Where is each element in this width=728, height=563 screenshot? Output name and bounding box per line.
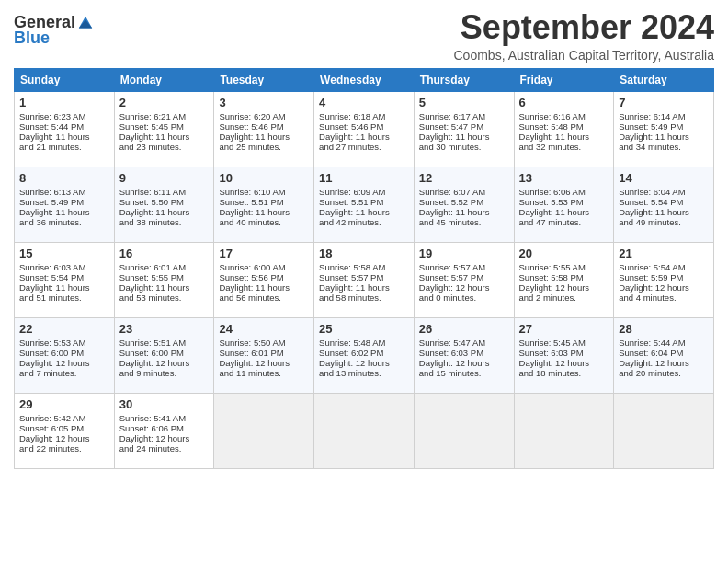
calendar-cell: 16Sunrise: 6:01 AMSunset: 5:55 PMDayligh…	[114, 242, 214, 317]
calendar-cell: 11Sunrise: 6:09 AMSunset: 5:51 PMDayligh…	[314, 167, 415, 242]
sunset-text: Sunset: 5:58 PM	[519, 272, 584, 282]
day-number: 30	[119, 397, 210, 411]
daylight-minutes-text: and 24 minutes.	[119, 443, 182, 454]
week-row-1: 1Sunrise: 6:23 AMSunset: 5:44 PMDaylight…	[15, 91, 714, 167]
day-number: 23	[119, 322, 210, 336]
daylight-text: Daylight: 11 hours	[19, 132, 90, 142]
calendar-cell: 15Sunrise: 6:03 AMSunset: 5:54 PMDayligh…	[15, 242, 115, 317]
calendar-cell: 12Sunrise: 6:07 AMSunset: 5:52 PMDayligh…	[414, 167, 514, 242]
day-number: 10	[219, 171, 309, 185]
month-title: September 2024	[454, 9, 715, 46]
daylight-text: Daylight: 11 hours	[619, 132, 689, 142]
week-row-3: 15Sunrise: 6:03 AMSunset: 5:54 PMDayligh…	[15, 242, 714, 317]
sunrise-text: Sunrise: 5:57 AM	[419, 262, 485, 272]
daylight-minutes-text: and 13 minutes.	[319, 368, 381, 378]
day-number: 22	[19, 322, 109, 336]
sunrise-text: Sunrise: 5:54 AM	[619, 262, 685, 272]
sunrise-text: Sunrise: 5:53 AM	[19, 338, 85, 348]
daylight-minutes-text: and 11 minutes.	[219, 368, 281, 378]
daylight-text: Daylight: 11 hours	[219, 132, 290, 142]
calendar-cell: 8Sunrise: 6:13 AMSunset: 5:49 PMDaylight…	[15, 167, 115, 242]
daylight-text: Daylight: 12 hours	[519, 282, 590, 293]
logo-icon	[77, 15, 94, 31]
calendar-cell	[414, 393, 514, 468]
day-header-tuesday: Tuesday	[214, 68, 314, 91]
calendar-cell: 24Sunrise: 5:50 AMSunset: 6:01 PMDayligh…	[214, 317, 314, 393]
daylight-minutes-text: and 27 minutes.	[319, 142, 381, 152]
sunrise-text: Sunrise: 6:03 AM	[19, 262, 85, 272]
sunset-text: Sunset: 5:56 PM	[219, 272, 283, 282]
sunset-text: Sunset: 5:51 PM	[219, 197, 283, 207]
daylight-text: Daylight: 12 hours	[19, 358, 90, 368]
calendar-cell: 3Sunrise: 6:20 AMSunset: 5:46 PMDaylight…	[214, 91, 314, 167]
day-number: 11	[319, 171, 409, 185]
day-header-thursday: Thursday	[414, 68, 514, 91]
daylight-minutes-text: and 21 minutes.	[19, 142, 82, 152]
svg-marker-1	[79, 19, 92, 28]
daylight-text: Daylight: 12 hours	[519, 358, 590, 368]
daylight-minutes-text: and 18 minutes.	[519, 368, 582, 378]
day-number: 1	[19, 96, 109, 109]
daylight-minutes-text: and 58 minutes.	[319, 293, 381, 303]
sunset-text: Sunset: 5:54 PM	[19, 272, 84, 282]
sunrise-text: Sunrise: 5:44 AM	[619, 338, 685, 348]
sunrise-text: Sunrise: 6:17 AM	[419, 111, 485, 121]
calendar-cell	[314, 393, 415, 468]
calendar-cell: 28Sunrise: 5:44 AMSunset: 6:04 PMDayligh…	[614, 317, 714, 393]
daylight-text: Daylight: 11 hours	[619, 207, 689, 217]
calendar-cell: 26Sunrise: 5:47 AMSunset: 6:03 PMDayligh…	[414, 317, 514, 393]
daylight-text: Daylight: 11 hours	[319, 132, 390, 142]
calendar-cell: 23Sunrise: 5:51 AMSunset: 6:00 PMDayligh…	[114, 317, 214, 393]
daylight-minutes-text: and 2 minutes.	[519, 293, 576, 303]
daylight-text: Daylight: 11 hours	[219, 207, 290, 217]
calendar-cell: 14Sunrise: 6:04 AMSunset: 5:54 PMDayligh…	[614, 167, 714, 242]
calendar-cell: 4Sunrise: 6:18 AMSunset: 5:46 PMDaylight…	[314, 91, 415, 167]
day-number: 12	[419, 171, 509, 185]
logo: General Blue	[14, 13, 94, 48]
sunset-text: Sunset: 5:55 PM	[119, 272, 184, 282]
sunrise-text: Sunrise: 6:16 AM	[519, 111, 586, 121]
day-number: 8	[19, 171, 109, 185]
daylight-minutes-text: and 15 minutes.	[419, 368, 482, 378]
daylight-minutes-text: and 9 minutes.	[119, 368, 176, 378]
daylight-text: Daylight: 12 hours	[219, 358, 290, 368]
sunset-text: Sunset: 6:01 PM	[219, 348, 283, 358]
daylight-minutes-text: and 42 minutes.	[319, 217, 381, 227]
daylight-minutes-text: and 45 minutes.	[419, 217, 482, 227]
daylight-text: Daylight: 11 hours	[119, 207, 190, 217]
sunset-text: Sunset: 5:46 PM	[219, 121, 283, 132]
sunset-text: Sunset: 5:53 PM	[519, 197, 584, 207]
daylight-text: Daylight: 11 hours	[319, 207, 390, 217]
calendar-cell: 30Sunrise: 5:41 AMSunset: 6:06 PMDayligh…	[114, 393, 214, 468]
day-number: 15	[19, 247, 109, 260]
calendar-cell: 17Sunrise: 6:00 AMSunset: 5:56 PMDayligh…	[214, 242, 314, 317]
sunset-text: Sunset: 5:57 PM	[419, 272, 483, 282]
sunset-text: Sunset: 6:03 PM	[519, 348, 584, 358]
daylight-minutes-text: and 20 minutes.	[619, 368, 681, 378]
sunrise-text: Sunrise: 5:41 AM	[119, 413, 186, 423]
sunrise-text: Sunrise: 5:45 AM	[519, 338, 586, 348]
daylight-minutes-text: and 51 minutes.	[19, 293, 82, 303]
day-number: 26	[419, 322, 509, 336]
day-number: 7	[619, 96, 709, 109]
sunrise-text: Sunrise: 6:01 AM	[119, 262, 186, 272]
calendar-cell: 25Sunrise: 5:48 AMSunset: 6:02 PMDayligh…	[314, 317, 415, 393]
calendar-table: SundayMondayTuesdayWednesdayThursdayFrid…	[14, 68, 714, 469]
day-number: 2	[119, 96, 210, 109]
daylight-text: Daylight: 11 hours	[319, 282, 390, 293]
sunrise-text: Sunrise: 5:50 AM	[219, 338, 285, 348]
sunset-text: Sunset: 5:48 PM	[519, 121, 584, 132]
day-header-friday: Friday	[514, 68, 614, 91]
day-number: 5	[419, 96, 509, 109]
sunset-text: Sunset: 5:57 PM	[319, 272, 383, 282]
sunrise-text: Sunrise: 5:47 AM	[419, 338, 485, 348]
sunrise-text: Sunrise: 6:18 AM	[319, 111, 385, 121]
day-number: 14	[619, 171, 709, 185]
calendar-cell: 22Sunrise: 5:53 AMSunset: 6:00 PMDayligh…	[15, 317, 115, 393]
daylight-minutes-text: and 23 minutes.	[119, 142, 182, 152]
calendar-cell: 27Sunrise: 5:45 AMSunset: 6:03 PMDayligh…	[514, 317, 614, 393]
daylight-text: Daylight: 11 hours	[219, 282, 290, 293]
sunrise-text: Sunrise: 6:09 AM	[319, 187, 385, 197]
day-number: 29	[19, 397, 109, 411]
daylight-minutes-text: and 56 minutes.	[219, 293, 281, 303]
